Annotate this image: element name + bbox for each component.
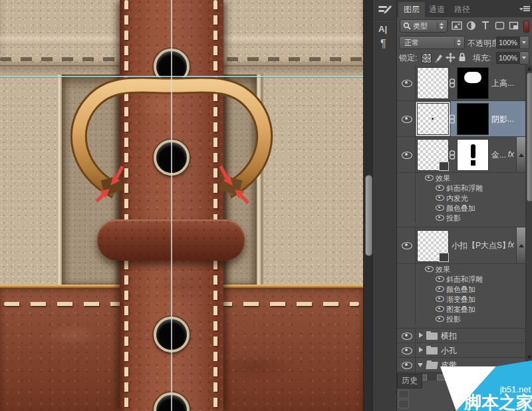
visibility-toggle[interactable] bbox=[397, 137, 416, 172]
group-row[interactable]: 小孔 bbox=[397, 343, 532, 358]
smart-object-badge bbox=[439, 162, 449, 171]
effect-label: 投影 bbox=[446, 213, 461, 223]
fill-value-field[interactable]: 100% bbox=[496, 52, 520, 64]
visibility-toggle[interactable] bbox=[397, 65, 416, 100]
collapse-effects-button[interactable] bbox=[516, 227, 525, 263]
layer-row[interactable]: 上高... bbox=[397, 65, 532, 101]
layer-row-selected[interactable]: 阴影... bbox=[397, 101, 532, 137]
layer-thumbnail[interactable] bbox=[417, 103, 449, 135]
filter-smart-object-icon[interactable] bbox=[509, 21, 519, 31]
filter-adjustment-layers-icon[interactable] bbox=[466, 21, 476, 31]
canvas-area[interactable] bbox=[0, 0, 363, 411]
fx-badge: fx bbox=[508, 240, 514, 249]
effect-label: 渐变叠加 bbox=[446, 295, 475, 305]
dropdown-stepper-icon bbox=[437, 22, 445, 30]
lock-paint-brush-icon[interactable] bbox=[434, 53, 444, 63]
effects-header-row[interactable]: 效果 bbox=[397, 264, 532, 274]
filter-kind-dropdown[interactable]: 类型 bbox=[400, 19, 448, 33]
effect-row[interactable]: 斜面和浮雕 bbox=[397, 274, 532, 284]
eye-icon bbox=[402, 80, 412, 87]
lock-move-icon[interactable] bbox=[446, 53, 456, 63]
eye-icon[interactable] bbox=[425, 266, 434, 272]
lock-transparency-icon[interactable] bbox=[422, 53, 432, 63]
visibility-toggle[interactable] bbox=[397, 358, 416, 372]
layer-name: 上高... bbox=[491, 78, 514, 89]
effect-row[interactable]: 颜色叠加 bbox=[397, 284, 532, 294]
layers-scrollbar[interactable] bbox=[525, 65, 532, 362]
history-state-box bbox=[398, 390, 409, 398]
eye-icon[interactable] bbox=[436, 316, 444, 322]
visibility-toggle[interactable] bbox=[397, 343, 416, 357]
effect-label: 颜色叠加 bbox=[446, 204, 475, 213]
layer-row[interactable]: 金... fx bbox=[397, 137, 532, 173]
eye-icon[interactable] bbox=[436, 185, 444, 191]
opacity-value-field[interactable]: 100% bbox=[496, 37, 520, 49]
effect-row[interactable]: 内发光 bbox=[397, 193, 532, 203]
effect-row[interactable]: 斜面和浮雕 bbox=[397, 183, 532, 193]
tab-channels[interactable]: 通道 bbox=[424, 2, 450, 17]
eye-icon[interactable] bbox=[436, 276, 444, 282]
tab-layers[interactable]: 图层 bbox=[398, 2, 425, 17]
eye-icon[interactable] bbox=[436, 205, 444, 211]
vertical-guide[interactable] bbox=[171, 0, 172, 411]
expand-triangle-icon[interactable] bbox=[419, 347, 423, 352]
layer-thumbnail[interactable] bbox=[417, 230, 449, 262]
fill-label: 填充: bbox=[473, 53, 491, 64]
scroll-down-arrow[interactable] bbox=[527, 356, 531, 359]
expand-triangle-icon[interactable] bbox=[419, 333, 423, 338]
visibility-toggle[interactable] bbox=[397, 227, 416, 263]
effect-row[interactable]: 图案叠加 bbox=[397, 304, 532, 314]
canvas-scrollbar-thumb[interactable] bbox=[365, 175, 372, 256]
eye-icon bbox=[402, 116, 412, 123]
blend-mode-value: 正常 bbox=[404, 38, 419, 48]
photoshop-window: A| ¶ 图层 通道 路径 类型 bbox=[0, 0, 532, 411]
group-name: 小孔 bbox=[441, 345, 457, 356]
effects-header-row[interactable]: 效果 bbox=[397, 173, 532, 183]
eye-icon[interactable] bbox=[436, 215, 444, 221]
visibility-toggle[interactable] bbox=[397, 329, 416, 342]
belt-stitch-left bbox=[124, 0, 128, 411]
effect-label: 图案叠加 bbox=[446, 305, 475, 315]
tab-paths[interactable]: 路径 bbox=[449, 2, 475, 17]
filter-shape-layers-icon[interactable] bbox=[495, 21, 505, 31]
eye-icon[interactable] bbox=[436, 195, 444, 201]
effect-row[interactable]: 投影 bbox=[397, 213, 532, 223]
canvas-vertical-scrollbar[interactable] bbox=[363, 0, 373, 411]
blend-mode-dropdown[interactable]: 正常 bbox=[399, 36, 465, 49]
layer-row[interactable]: 小扣【P大点S】 fx bbox=[397, 227, 532, 264]
collapse-triangle-icon[interactable] bbox=[418, 363, 423, 367]
fill-dropdown-arrow[interactable] bbox=[519, 51, 529, 65]
lock-all-padlock-icon[interactable] bbox=[458, 52, 467, 63]
eye-icon[interactable] bbox=[436, 296, 444, 302]
layer-mask-thumbnail[interactable] bbox=[457, 103, 489, 135]
paragraph-panel-icon[interactable]: ¶ bbox=[380, 38, 386, 50]
eye-icon[interactable] bbox=[436, 306, 444, 312]
filter-type-layers-icon[interactable] bbox=[481, 21, 490, 31]
scroll-up-arrow[interactable] bbox=[527, 67, 531, 70]
eye-icon bbox=[402, 347, 412, 354]
collapse-effects-button[interactable] bbox=[516, 137, 525, 172]
group-row[interactable]: 横扣 bbox=[397, 329, 532, 343]
group-row-expanded[interactable]: 皮带 bbox=[397, 358, 532, 372]
character-panel-icon[interactable]: A| bbox=[378, 24, 387, 34]
panel-menu-icon[interactable] bbox=[519, 6, 530, 13]
layer-mask-thumbnail[interactable] bbox=[457, 139, 489, 171]
brush-presets-panel-icon[interactable] bbox=[378, 3, 392, 17]
filter-pixel-layers-icon[interactable] bbox=[452, 21, 462, 31]
effect-row[interactable]: 颜色叠加 bbox=[397, 203, 532, 213]
eye-icon[interactable] bbox=[425, 175, 434, 181]
layer-filter-row: 类型 bbox=[397, 17, 532, 35]
filter-toggle-switch[interactable] bbox=[523, 21, 529, 33]
link-icon bbox=[449, 78, 456, 88]
effect-row[interactable]: 投影 bbox=[397, 314, 532, 324]
horizontal-guide[interactable] bbox=[0, 76, 363, 77]
effect-row[interactable]: 渐变叠加 bbox=[397, 294, 532, 304]
visibility-toggle[interactable] bbox=[397, 101, 416, 136]
eye-icon[interactable] bbox=[436, 286, 444, 292]
layer-mask-thumbnail[interactable] bbox=[457, 67, 489, 99]
layer-thumbnail[interactable] bbox=[417, 139, 449, 171]
history-panel-tab[interactable]: 历史 bbox=[397, 374, 422, 388]
layer-thumbnail[interactable] bbox=[417, 67, 449, 99]
layers-scrollbar-thumb[interactable] bbox=[527, 72, 532, 202]
opacity-dropdown-arrow[interactable] bbox=[519, 36, 529, 49]
